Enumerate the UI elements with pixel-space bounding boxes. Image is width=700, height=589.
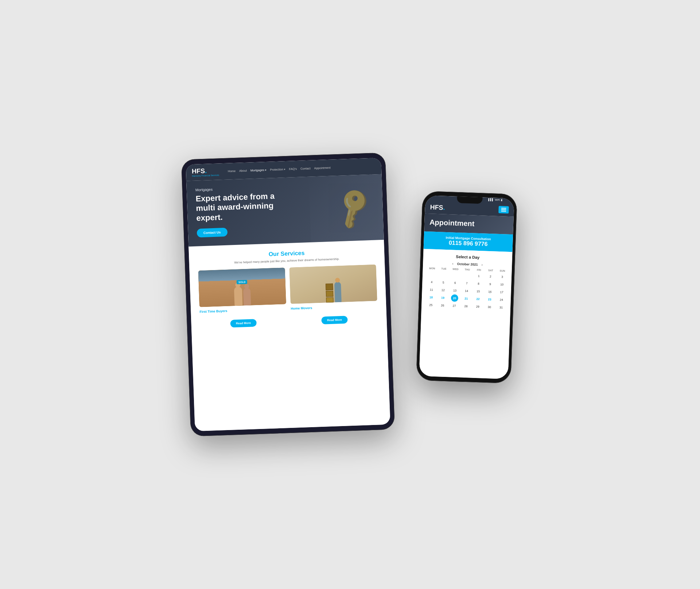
phone-device: HFS. ▌▌▌ WiFi ▮ Appointment Init: [416, 191, 517, 384]
sold-badge: SOLD: [237, 280, 248, 284]
key-icon: 🔑: [329, 184, 378, 232]
tablet-card-first-time-buyers: SOLD Fir: [198, 268, 287, 328]
phone-notch: [457, 196, 483, 204]
tablet-nav-links: Home About Mortgages Protection FAQ's Co…: [228, 164, 376, 173]
tablet-hero: 🔑 Mortgages Expert advice from a multi a…: [186, 174, 384, 247]
tablet-card-home-movers: Home Movers Read More: [289, 265, 378, 325]
phone-hero-title: Appointment: [429, 218, 509, 229]
cal-day-29[interactable]: 29: [474, 303, 482, 311]
cal-day-20[interactable]: 20: [451, 294, 458, 302]
tablet-contact-button[interactable]: Contact Us: [197, 228, 228, 238]
cal-day-17[interactable]: 17: [498, 288, 506, 296]
cal-day-14[interactable]: 14: [463, 287, 470, 295]
phone-consultation: Initial Mortgage Consultation 0115 896 9…: [424, 231, 513, 252]
cal-day-18[interactable]: 18: [427, 293, 435, 301]
phone-cal-prev[interactable]: ‹: [451, 262, 454, 266]
phone-logo-dot: .: [443, 204, 445, 211]
nav-mortgages[interactable]: Mortgages: [250, 168, 267, 172]
cal-day-23[interactable]: 23: [486, 296, 494, 303]
cal-day-8[interactable]: 8: [475, 280, 482, 288]
phone-cal-next[interactable]: ›: [481, 262, 484, 266]
phone-cal-header: ‹ October 2021 ›: [427, 261, 508, 268]
cal-day-28[interactable]: 28: [462, 303, 470, 310]
signal-icon: ▌▌▌: [488, 198, 494, 202]
day-mon: MON: [427, 267, 438, 270]
cal-day-4[interactable]: 4: [428, 278, 436, 286]
cal-day-2[interactable]: 2: [487, 273, 494, 280]
cal-day-7[interactable]: 7: [463, 280, 471, 287]
cal-day-22[interactable]: 22: [474, 295, 482, 303]
cal-cell-empty: [428, 270, 436, 278]
cal-day-11[interactable]: 11: [428, 286, 435, 293]
cal-day-3[interactable]: 3: [498, 273, 506, 281]
phone-status-bar: ▌▌▌ WiFi ▮: [488, 198, 502, 202]
wifi-icon: WiFi: [495, 199, 500, 202]
nav-protection[interactable]: Protection: [270, 168, 285, 171]
cal-cell-empty: [452, 272, 459, 279]
tablet-hero-background: 🔑: [309, 174, 384, 242]
tablet-hero-title: Expert advice from a multi award-winning…: [195, 191, 284, 223]
scene: HFS. Harmony Financial Services Home Abo…: [0, 0, 700, 589]
menu-line-1: [501, 208, 506, 208]
cal-day-6[interactable]: 6: [451, 279, 459, 287]
tablet-services: Our Services We've helped many people ju…: [188, 240, 390, 431]
day-sun: SUN: [497, 269, 508, 272]
day-sat: SAT: [485, 269, 496, 272]
cal-day-19[interactable]: 19: [439, 294, 447, 301]
nav-home[interactable]: Home: [228, 169, 236, 173]
tablet-card-label-home-movers: Home Movers: [291, 304, 377, 311]
tablet-logo-hfs: HFS.: [192, 167, 219, 175]
tablet-card-label-first-time: First Time Buyers: [199, 307, 286, 313]
phone-cal-month: October 2021: [457, 262, 478, 266]
cal-day-13[interactable]: 13: [451, 287, 459, 294]
cal-day-21[interactable]: 21: [463, 295, 470, 303]
tablet-device: HFS. Harmony Financial Services Home Abo…: [181, 152, 395, 436]
nav-about[interactable]: About: [239, 169, 247, 173]
battery-icon: ▮: [501, 199, 502, 202]
phone-menu-button[interactable]: [498, 206, 509, 214]
cal-day-1[interactable]: 1: [475, 272, 483, 280]
nav-faqs[interactable]: FAQ's: [289, 167, 297, 171]
cal-day-25[interactable]: 25: [427, 301, 435, 309]
day-fri: FRI: [473, 269, 485, 272]
cal-day-31[interactable]: 31: [497, 304, 505, 311]
tablet-card-btn-first-time[interactable]: Read More: [230, 319, 257, 328]
phone-hero: Appointment: [424, 214, 514, 234]
tablet-card-img-movers: [289, 265, 377, 304]
day-wed: WED: [450, 268, 461, 270]
cal-day-9[interactable]: 9: [486, 280, 494, 288]
cal-day-30[interactable]: 30: [486, 303, 493, 311]
cal-day-10[interactable]: 10: [498, 281, 506, 288]
movers-image: [289, 265, 377, 304]
menu-line-2: [501, 209, 506, 210]
menu-line-3: [501, 211, 506, 211]
tablet-logo-dot: .: [205, 167, 207, 175]
couple-image: SOLD: [198, 268, 286, 307]
phone-calendar: Select a Day ‹ October 2021 › MON TUE WE…: [419, 249, 512, 379]
tablet-cards: SOLD Fir: [198, 265, 378, 329]
cal-cell-empty: [463, 272, 471, 280]
phone-cal-title: Select a Day: [427, 253, 509, 261]
cal-day-15[interactable]: 15: [474, 288, 482, 295]
nav-appointment[interactable]: Appointment: [314, 166, 331, 170]
cal-day-12[interactable]: 12: [439, 286, 447, 294]
phone-logo: HFS.: [430, 204, 445, 211]
nav-contact[interactable]: Contact: [300, 167, 311, 171]
tablet-logo-subtitle: Harmony Financial Services: [192, 174, 219, 177]
day-tue: TUE: [438, 267, 450, 270]
phone-cal-grid: MON TUE WED THU FRI SAT SUN 1: [425, 267, 508, 311]
tablet-card-img-couple: SOLD: [198, 268, 286, 307]
tablet-screen: HFS. Harmony Financial Services Home Abo…: [186, 158, 390, 431]
cal-day-26[interactable]: 26: [439, 301, 447, 309]
cal-cell-empty: [440, 271, 448, 278]
day-thu: THU: [462, 268, 473, 271]
tablet-card-btn-home-movers[interactable]: Read More: [321, 316, 348, 324]
cal-day-27[interactable]: 27: [451, 302, 458, 310]
cal-day-16[interactable]: 16: [486, 288, 494, 296]
tablet-logo: HFS. Harmony Financial Services: [192, 167, 219, 177]
phone-screen: HFS. ▌▌▌ WiFi ▮ Appointment Init: [419, 195, 514, 379]
cal-day-24[interactable]: 24: [498, 296, 505, 304]
cal-day-5[interactable]: 5: [440, 278, 447, 286]
